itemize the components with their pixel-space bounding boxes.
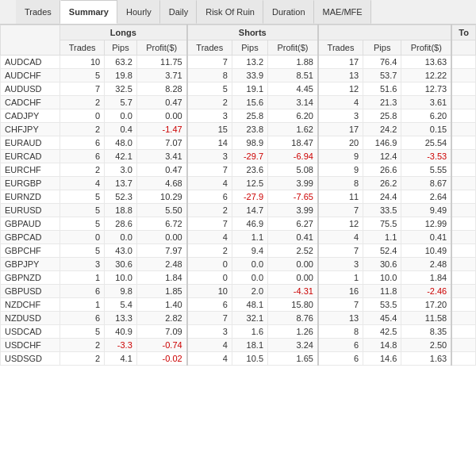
data-cell: 1 [60,298,105,312]
data-cell: -6.94 [268,150,318,163]
data-cell: 40.9 [105,325,137,339]
header-bar: TradesSummaryHourlyDailyRisk Of RuinDura… [0,0,476,25]
data-cell: 5 [60,244,105,258]
tab-daily[interactable]: Daily [160,0,197,24]
data-cell: 5 [60,190,105,204]
currency-cell: EURCHF [1,163,60,177]
data-cell: 3.0 [105,163,137,177]
tab-mae/mfe[interactable]: MAE/MFE [314,0,371,24]
statistics-table: Longs Shorts To Trades Pips Profit($) Tr… [0,25,476,366]
data-cell: 8 [318,177,363,190]
data-cell: 5 [60,204,105,217]
data-cell: 0.00 [136,109,186,123]
data-cell: 6.20 [401,109,451,123]
data-cell: 2 [60,96,105,109]
tab-risk-of-ruin[interactable]: Risk Of Ruin [197,0,263,24]
data-cell: 1.62 [268,123,318,136]
data-cell: 6 [318,339,363,352]
tab-duration[interactable]: Duration [263,0,314,24]
data-cell: 0.41 [268,231,318,244]
data-cell: 2 [60,163,105,177]
data-cell: 6 [187,190,232,204]
data-cell: 0.41 [401,231,451,244]
table-row: NZDUSD613.32.82732.18.761345.411.58 [1,312,476,325]
data-cell: 9.49 [401,204,451,217]
table-row: GBPJPY330.62.4800.00.00330.62.48 [1,258,476,271]
data-cell: 5 [60,69,105,82]
data-cell: 17 [318,56,363,69]
data-cell: 13.7 [105,177,137,190]
shorts-header: Shorts [187,25,318,40]
data-cell: 10 [187,285,232,298]
data-cell: 3.24 [268,339,318,352]
data-cell: 8.28 [136,82,186,96]
group-header-row: Longs Shorts To [1,25,476,40]
data-cell: 19.8 [105,69,137,82]
tab-trades[interactable]: Trades [16,0,60,24]
longs-pips-header: Pips [105,40,137,56]
data-cell: 11.58 [401,312,451,325]
data-cell: 4 [60,177,105,190]
data-cell: 5 [60,217,105,231]
data-cell: 15.6 [232,96,267,109]
data-cell: 33.9 [232,69,267,82]
data-cell [451,312,475,325]
data-cell: 23.8 [232,123,267,136]
data-cell: 1.84 [401,271,451,285]
currency-cell: EURNZD [1,190,60,204]
data-cell: 8 [318,325,363,339]
shorts-trades-header: Trades [187,40,232,56]
data-cell: 0.00 [268,258,318,271]
data-cell: 0 [187,258,232,271]
currency-cell: USDCHF [1,339,60,352]
tab-summary[interactable]: Summary [60,0,117,24]
tab-hourly[interactable]: Hourly [117,0,160,24]
tab-bar: TradesSummaryHourlyDailyRisk Of RuinDura… [16,0,476,24]
data-cell: 7.97 [136,244,186,258]
data-cell: 5.7 [105,96,137,109]
data-cell: 8.51 [268,69,318,82]
data-cell: 2.50 [401,339,451,352]
data-cell: 5.50 [136,204,186,217]
data-cell: 2.52 [268,244,318,258]
data-cell: 1.1 [363,231,401,244]
data-cell: 14 [187,136,232,150]
data-cell: 20 [318,136,363,150]
data-cell: 2 [60,123,105,136]
data-cell: 7 [318,298,363,312]
data-cell: 5 [60,325,105,339]
currency-cell: GBPNZD [1,271,60,285]
table-container: Longs Shorts To Trades Pips Profit($) Tr… [0,25,476,366]
data-cell: 4 [318,231,363,244]
data-cell: 0 [60,231,105,244]
data-cell: 5.08 [268,163,318,177]
data-cell: 0.15 [401,123,451,136]
data-cell: 24.2 [363,123,401,136]
data-cell: 76.4 [363,56,401,69]
data-cell: 48.0 [105,136,137,150]
data-cell: 75.5 [363,217,401,231]
data-cell [451,136,475,150]
table-row: NZDCHF15.41.40648.115.80753.517.20 [1,298,476,312]
data-cell: 12.5 [232,177,267,190]
data-cell [451,177,475,190]
data-cell: 43.0 [105,244,137,258]
data-cell: 3 [318,109,363,123]
data-cell: 3.99 [268,177,318,190]
currency-cell: GBPCHF [1,244,60,258]
data-cell: 25.54 [401,136,451,150]
data-cell: 6 [60,285,105,298]
data-cell: 10.49 [401,244,451,258]
data-cell: 18.1 [232,339,267,352]
data-cell: 7 [187,312,232,325]
data-cell: 53.7 [363,69,401,82]
data-cell: -0.74 [136,339,186,352]
data-cell [451,298,475,312]
extra-header: To [451,25,475,40]
data-cell [451,109,475,123]
data-cell: 4 [187,352,232,366]
data-cell: 25.8 [232,109,267,123]
data-cell [451,150,475,163]
data-cell: 11 [318,190,363,204]
data-cell: 17 [318,123,363,136]
